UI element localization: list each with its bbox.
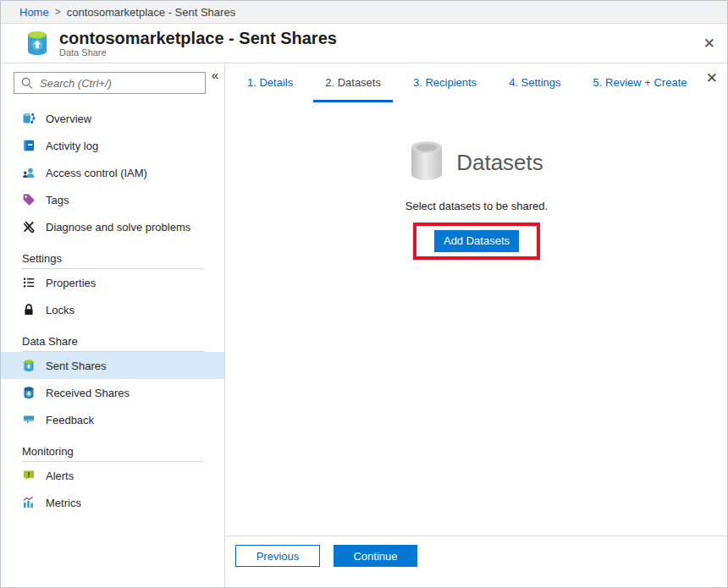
sidebar-section-settings: Settings — [22, 252, 204, 269]
access-control-icon — [22, 166, 36, 179]
panel-description: Select datasets to be shared. — [226, 200, 727, 212]
sidebar-item-access-control[interactable]: Access control (IAM) — [1, 159, 224, 186]
alerts-icon — [22, 469, 36, 482]
sidebar-item-tags[interactable]: Tags — [1, 186, 224, 213]
sidebar-item-alerts[interactable]: Alerts — [1, 462, 224, 489]
properties-icon — [22, 276, 36, 289]
previous-button[interactable]: Previous — [235, 545, 320, 567]
sidebar-item-label: Sent Shares — [46, 360, 107, 372]
breadcrumb-separator: > — [55, 6, 61, 18]
received-shares-icon — [22, 386, 36, 399]
sidebar-nav: Overview Activity log — [1, 105, 224, 516]
tags-icon — [22, 193, 36, 206]
tab-recipients[interactable]: 3. Recipients — [401, 64, 488, 102]
sidebar-item-received-shares[interactable]: Received Shares — [1, 379, 224, 406]
continue-button[interactable]: Continue — [334, 545, 417, 567]
tab-datasets[interactable]: 2. Datasets — [313, 64, 393, 102]
sidebar-item-label: Activity log — [46, 140, 98, 152]
feedback-icon — [22, 413, 36, 426]
sidebar-search — [14, 72, 206, 94]
dataset-cylinder-icon — [410, 140, 444, 184]
search-icon — [20, 76, 34, 90]
sidebar-item-activity-log[interactable]: Activity log — [1, 132, 224, 159]
sidebar-item-sent-shares[interactable]: Sent Shares — [1, 352, 224, 379]
metrics-icon — [22, 496, 36, 509]
sidebar-item-properties[interactable]: Properties — [1, 269, 224, 296]
page-title-block: contosomarketplace - Sent Shares Data Sh… — [59, 29, 337, 58]
tab-review-create[interactable]: 5. Review + Create — [582, 64, 699, 102]
tab-details[interactable]: 1. Details — [235, 64, 305, 102]
wizard-tabs: 1. Details 2. Datasets 3. Recipients 4. … — [226, 64, 727, 102]
sidebar-collapse-icon[interactable]: « — [212, 68, 218, 82]
sidebar-item-feedback[interactable]: Feedback — [1, 406, 224, 433]
sidebar: « Overview — [1, 64, 225, 587]
data-share-icon — [26, 30, 48, 57]
tab-settings[interactable]: 4. Settings — [497, 64, 572, 102]
panel-title: Datasets — [456, 150, 543, 176]
sidebar-item-label: Overview — [46, 113, 91, 125]
sidebar-item-label: Tags — [46, 194, 69, 206]
sidebar-item-label: Feedback — [46, 414, 94, 426]
sidebar-section-data-share: Data Share — [22, 335, 204, 352]
sidebar-item-overview[interactable]: Overview — [1, 105, 224, 132]
close-icon[interactable]: ✕ — [706, 69, 718, 87]
overview-icon — [22, 112, 36, 125]
sidebar-item-locks[interactable]: Locks — [1, 296, 224, 323]
datasets-hero: Datasets — [226, 140, 727, 184]
page-subtitle: Data Share — [59, 47, 337, 58]
close-icon[interactable]: ✕ — [703, 36, 715, 51]
wizard-panel: 1. Details 2. Datasets 3. Recipients 4. … — [226, 64, 727, 587]
sidebar-item-label: Locks — [46, 304, 74, 316]
sidebar-item-metrics[interactable]: Metrics — [1, 489, 224, 516]
lock-icon — [22, 303, 36, 316]
diagnose-icon — [22, 220, 36, 234]
sidebar-section-monitoring: Monitoring — [22, 445, 204, 462]
breadcrumb-current: contosomarketplace - Sent Shares — [67, 6, 235, 19]
sidebar-item-diagnose[interactable]: Diagnose and solve problems — [1, 213, 224, 240]
sidebar-item-label: Alerts — [46, 470, 74, 482]
sidebar-item-label: Properties — [46, 277, 96, 289]
annotation-highlight: Add Datasets — [413, 223, 540, 260]
app-window: Home > contosomarketplace - Sent Shares … — [0, 0, 728, 588]
search-input[interactable] — [14, 72, 206, 94]
add-datasets-button[interactable]: Add Datasets — [434, 230, 519, 252]
page-header: contosomarketplace - Sent Shares Data Sh… — [1, 25, 727, 63]
sidebar-item-label: Metrics — [46, 497, 81, 509]
activity-log-icon — [22, 139, 36, 152]
datasets-panel-body: Datasets Select datasets to be shared. A… — [226, 140, 727, 260]
sidebar-item-label: Received Shares — [46, 387, 130, 399]
page-title: contosomarketplace - Sent Shares — [59, 29, 337, 47]
breadcrumb-home-link[interactable]: Home — [19, 6, 49, 19]
sidebar-item-label: Diagnose and solve problems — [46, 221, 190, 234]
sidebar-item-label: Access control (IAM) — [46, 167, 147, 179]
wizard-footer: Previous Continue — [226, 536, 727, 587]
sent-shares-icon — [22, 359, 36, 372]
breadcrumb: Home > contosomarketplace - Sent Shares — [1, 1, 727, 24]
